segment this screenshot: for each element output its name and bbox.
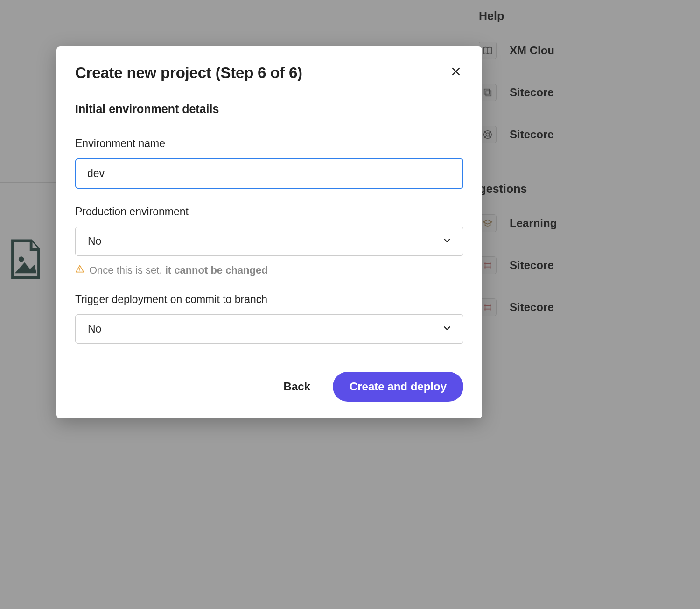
- modal-title: Create new project (Step 6 of 6): [75, 64, 302, 82]
- create-project-modal: Create new project (Step 6 of 6) Initial…: [56, 46, 482, 418]
- close-button[interactable]: [448, 64, 463, 79]
- create-and-deploy-button[interactable]: Create and deploy: [333, 372, 463, 402]
- svg-point-5: [79, 270, 80, 271]
- back-button[interactable]: Back: [280, 375, 314, 398]
- trigger-deployment-field: Trigger deployment on commit to branch N…: [75, 293, 463, 344]
- environment-name-input[interactable]: [75, 158, 463, 189]
- warning-icon: [75, 264, 84, 276]
- production-environment-label: Production environment: [75, 205, 463, 218]
- environment-name-field: Environment name: [75, 137, 463, 189]
- select-value: No: [88, 235, 101, 248]
- trigger-deployment-select[interactable]: No: [75, 314, 463, 344]
- hint-text: Once this is set,: [89, 264, 165, 276]
- hint-text-bold: it cannot be changed: [165, 264, 268, 276]
- close-icon: [450, 71, 462, 78]
- modal-footer: Back Create and deploy: [75, 372, 463, 402]
- modal-header: Create new project (Step 6 of 6): [75, 64, 463, 82]
- production-environment-hint: Once this is set, it cannot be changed: [75, 264, 463, 276]
- production-environment-field: Production environment No Once this is s…: [75, 205, 463, 276]
- production-environment-select[interactable]: No: [75, 227, 463, 256]
- select-value: No: [88, 323, 101, 335]
- trigger-deployment-label: Trigger deployment on commit to branch: [75, 293, 463, 306]
- section-title: Initial environment details: [75, 102, 463, 116]
- environment-name-label: Environment name: [75, 137, 463, 150]
